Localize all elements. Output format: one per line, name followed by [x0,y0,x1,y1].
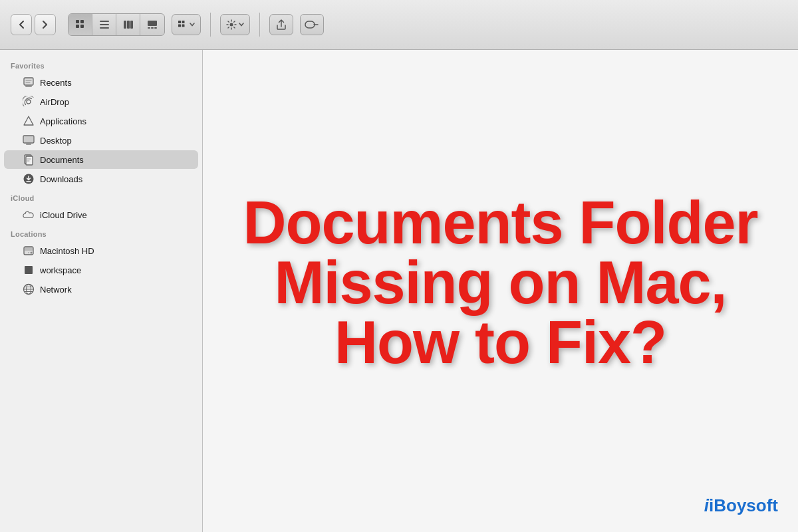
view-dropdown-button[interactable] [172,14,201,35]
svg-point-18 [230,23,233,27]
forward-button[interactable] [35,14,56,35]
svg-point-32 [28,252,29,253]
icloud-drive-icon [23,209,35,221]
downloads-icon [23,173,35,185]
overlay-title: Documents Folder Missing on Mac, How to … [229,192,771,372]
svg-rect-16 [178,25,181,27]
overlay-line1: Documents Folder [243,189,757,255]
svg-rect-1 [80,20,84,23]
view-buttons [68,13,165,36]
downloads-text: Downloads [40,174,82,184]
icloud-drive-text: iCloud Drive [40,210,87,220]
svg-rect-33 [25,266,33,274]
svg-rect-19 [305,21,315,28]
svg-rect-2 [76,25,79,28]
svg-rect-6 [100,27,109,29]
main-layout: Favorites Recents AirDrop [0,50,798,532]
svg-rect-13 [154,27,157,29]
navigation-buttons [11,14,56,35]
sidebar-item-airdrop[interactable]: AirDrop [4,92,198,111]
content-area: Documents Folder Missing on Mac, How to … [203,50,798,532]
svg-rect-30 [25,247,33,251]
desktop-icon [23,134,35,146]
airdrop-text: AirDrop [40,97,69,107]
sidebar-item-recents[interactable]: Recents [4,73,198,92]
svg-rect-24 [26,144,31,145]
toolbar-separator-2 [259,13,260,37]
settings-button[interactable] [220,14,250,35]
svg-rect-17 [182,25,185,27]
svg-rect-21 [25,86,32,87]
recents-icon [23,76,35,88]
locations-label: Locations [0,225,202,241]
svg-rect-20 [24,78,33,85]
svg-rect-10 [148,21,157,26]
applications-icon [23,115,35,127]
recents-text: Recents [40,78,72,88]
sidebar-item-documents[interactable]: Documents [4,150,198,169]
svg-rect-3 [80,25,84,28]
view-gallery-button[interactable] [140,14,164,35]
svg-rect-8 [127,21,130,29]
documents-icon [23,154,35,166]
share-button[interactable] [269,14,293,35]
svg-rect-15 [182,21,185,23]
svg-rect-5 [100,24,109,25]
svg-rect-11 [148,27,150,29]
sidebar-item-workspace[interactable]: workspace [4,261,198,279]
desktop-text: Desktop [40,136,72,146]
svg-rect-4 [100,21,109,22]
svg-point-31 [31,252,33,254]
sidebar-item-icloud-drive[interactable]: iCloud Drive [4,205,198,224]
workspace-text: workspace [40,265,81,275]
view-columns-button[interactable] [116,14,140,35]
svg-rect-12 [151,27,154,29]
macintosh-hd-text: Macintosh HD [40,246,94,256]
svg-rect-0 [76,20,79,23]
sidebar-item-desktop[interactable]: Desktop [4,131,198,150]
svg-rect-7 [124,21,126,29]
svg-rect-25 [24,136,33,142]
svg-rect-14 [178,21,181,23]
svg-rect-9 [130,21,133,29]
back-button[interactable] [11,14,32,35]
overlay-text-block: Documents Folder Missing on Mac, How to … [203,192,798,372]
network-text: Network [40,285,72,295]
iboysoft-logo: iiBoysoft [704,495,778,516]
airdrop-icon [23,96,35,108]
network-icon [23,283,35,295]
applications-text: Applications [40,116,86,126]
documents-text: Documents [40,155,84,165]
svg-point-22 [27,100,31,104]
view-icon-button[interactable] [68,14,92,35]
tag-button[interactable] [300,14,324,35]
favorites-label: Favorites [0,57,202,72]
icloud-label: iCloud [0,189,202,205]
sidebar-item-macintosh-hd[interactable]: Macintosh HD [4,241,198,260]
sidebar-item-applications[interactable]: Applications [4,112,198,130]
overlay-line2: Missing on Mac, [274,249,726,315]
sidebar: Favorites Recents AirDrop [0,50,203,532]
sidebar-item-downloads[interactable]: Downloads [4,170,198,188]
sidebar-item-network[interactable]: Network [4,280,198,299]
workspace-icon [23,264,35,276]
harddrive-icon [23,245,35,257]
overlay-line3: How to Fix? [334,309,666,375]
iboysoft-logo-text: iiBoysoft [704,495,778,515]
toolbar [0,0,798,50]
toolbar-separator-1 [210,13,211,37]
view-list-button[interactable] [92,14,116,35]
